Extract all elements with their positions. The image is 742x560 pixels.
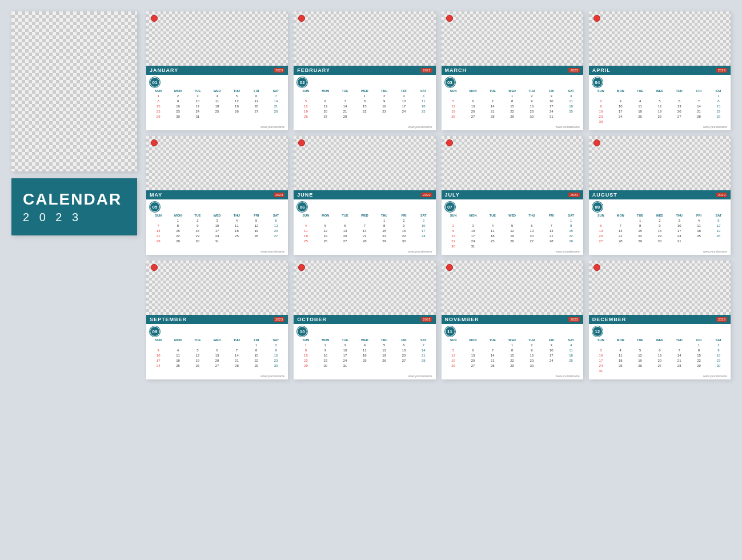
day-cell: 6 (266, 218, 286, 223)
day-cell: 6 (463, 99, 483, 103)
day-cell: 7 (149, 223, 168, 228)
day-cell: 15 (149, 104, 168, 109)
month-name-label: JANUARY (150, 67, 178, 73)
day-cell: 2 (266, 343, 286, 347)
day-label: SAT (561, 338, 580, 342)
day-label: SAT (709, 338, 728, 342)
month-header-december: DECEMBER2023 (589, 315, 731, 324)
day-cell: 16 (394, 229, 414, 233)
day-label: THU (522, 338, 542, 342)
day-cell: 14 (355, 229, 374, 233)
day-cell: 27 (247, 109, 266, 114)
day-cell: 20 (266, 229, 286, 233)
day-label: WED (502, 89, 522, 93)
day-cell: 4 (689, 218, 708, 223)
days-grid: 1234567891011121314151617181920212223242… (442, 94, 583, 119)
day-cell: 27 (316, 114, 335, 119)
day-cell-empty (335, 94, 355, 98)
day-cell: 7 (669, 348, 689, 353)
day-cell: 21 (149, 234, 168, 238)
day-cell-empty (463, 218, 483, 223)
day-cell: 4 (168, 348, 187, 353)
day-cell: 3 (188, 94, 207, 98)
day-cell: 18 (414, 104, 433, 109)
day-cell: 31 (188, 114, 207, 119)
day-label: MON (316, 338, 335, 342)
day-cell: 10 (207, 223, 227, 228)
day-cell: 14 (414, 348, 433, 353)
day-cell: 5 (444, 99, 463, 103)
day-cell: 31 (335, 363, 355, 368)
day-cell-empty (669, 343, 689, 347)
day-cell: 26 (247, 234, 266, 238)
day-label: TUE (630, 338, 649, 342)
day-cell: 7 (483, 99, 502, 103)
day-label: SAT (266, 338, 286, 342)
day-cell: 10 (188, 99, 207, 103)
day-cell: 28 (266, 109, 286, 114)
day-cell-empty (296, 94, 315, 98)
day-cell: 5 (316, 223, 335, 228)
day-cell: 1 (168, 218, 187, 223)
pin-icon (593, 139, 600, 146)
day-cell: 15 (355, 104, 374, 109)
day-cell: 2 (444, 223, 463, 228)
day-cell: 10 (542, 348, 561, 353)
day-label: THU (669, 89, 689, 93)
month-name-label: OCTOBER (297, 317, 327, 322)
day-cell-empty (188, 343, 207, 347)
days-grid: 1234567891011121314151617181920212223242… (442, 218, 583, 249)
day-cell: 4 (414, 94, 433, 98)
day-cell: 10 (542, 99, 561, 103)
day-cell: 3 (669, 218, 689, 223)
day-cell: 12 (630, 353, 649, 358)
day-cell: 12 (227, 99, 246, 103)
day-cell: 4 (561, 94, 580, 98)
day-cell: 1 (502, 94, 522, 98)
month-year-badge: 2023 (568, 193, 579, 197)
day-cell: 21 (542, 234, 561, 238)
day-cell: 2 (650, 218, 669, 223)
day-label: FRI (689, 338, 708, 342)
month-number-circle: 08 (592, 202, 603, 212)
day-cell: 17 (188, 104, 207, 109)
day-cell: 4 (355, 343, 374, 347)
day-cell-empty (316, 218, 335, 223)
day-label: SAT (266, 213, 286, 218)
day-cell: 14 (611, 229, 630, 233)
day-cell: 28 (669, 363, 689, 368)
month-year-badge: 2023 (568, 317, 579, 322)
day-cell-empty (316, 94, 335, 98)
month-header-may: MAY2023 (146, 190, 288, 199)
day-cell: 8 (168, 223, 187, 228)
day-cell: 26 (630, 363, 649, 368)
day-cell: 13 (522, 229, 542, 233)
month-photo-february (294, 11, 435, 66)
day-cell: 19 (444, 358, 463, 363)
day-label: MON (168, 338, 187, 342)
day-cell: 15 (296, 353, 315, 358)
day-cell: 2 (522, 343, 542, 347)
day-label: FRI (542, 338, 561, 342)
month-photo-september (146, 261, 288, 315)
main-container: CALENDAR 2 0 2 3 JANUARY202301SUNMONTUEW… (11, 11, 731, 379)
day-label: SUN (591, 89, 611, 93)
day-cell: 18 (296, 234, 315, 238)
pin-icon (446, 15, 453, 22)
day-cell: 30 (522, 363, 542, 368)
website-footer: www.yoursitename (442, 124, 583, 130)
month-header-october: OCTOBER2023 (294, 315, 435, 324)
days-header: SUNMONTUEWEDTHUFRISAT (442, 213, 583, 218)
day-cell: 9 (375, 99, 394, 103)
day-cell: 29 (689, 363, 708, 368)
day-cell: 8 (149, 99, 168, 103)
day-cell: 21 (227, 358, 246, 363)
day-cell: 2 (709, 343, 728, 347)
day-cell: 12 (650, 104, 669, 109)
day-cell: 27 (463, 363, 483, 368)
day-cell: 13 (669, 104, 689, 109)
day-cell-empty (542, 218, 561, 223)
day-cell: 11 (296, 229, 315, 233)
day-label: WED (650, 89, 669, 93)
day-cell: 27 (463, 114, 483, 119)
